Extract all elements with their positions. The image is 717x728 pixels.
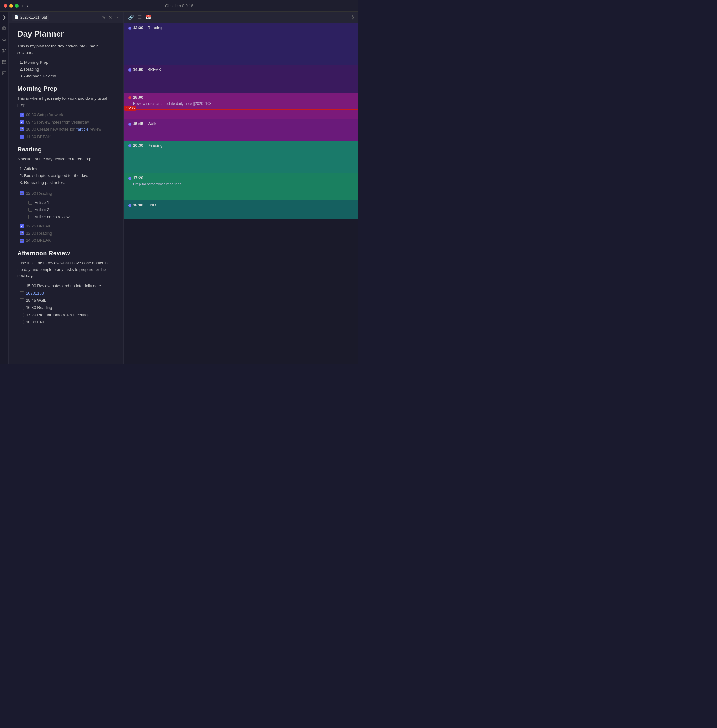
current-time-container: 15:35 (124, 109, 358, 110)
subtask-article1: Article 1 (29, 199, 114, 206)
subtask-article2: Article 2 (29, 206, 114, 213)
checkbox-article1[interactable] (29, 200, 32, 205)
subtask-article2-label: Article 2 (35, 206, 49, 213)
timeline-block-1630: 16:30 Reading (124, 141, 358, 173)
svg-point-7 (3, 49, 3, 50)
section-list-item-1: Morning Prep (24, 59, 114, 66)
subtask-article-notes-label: Article notes review (35, 213, 70, 220)
close-button[interactable] (4, 4, 8, 8)
svg-rect-13 (3, 60, 6, 64)
task-1400-label: 14:00 BREAK (26, 237, 51, 244)
edit-icon[interactable]: ✎ (102, 15, 105, 20)
svg-line-12 (3, 51, 4, 52)
task-1200-label: 12:00 Reading (26, 190, 52, 197)
traffic-lights (4, 4, 18, 8)
article-link[interactable]: #article (75, 127, 88, 132)
block-label-1400: BREAK (148, 67, 161, 72)
checkbox-article-notes[interactable] (29, 215, 32, 219)
checkbox-1630[interactable] (20, 306, 24, 310)
block-content-1400: 14:00 BREAK (124, 65, 358, 74)
timeline-block-1400: 14:00 BREAK (124, 65, 358, 93)
task-1500-label: 15:00 Review notes and update daily note… (26, 282, 114, 297)
note-tab-title: 2020-11-21_Sat (20, 15, 47, 20)
afternoon-tasks: 15:00 Review notes and update daily note… (17, 282, 114, 326)
minimize-button[interactable] (9, 4, 13, 8)
timeline-dot-1400 (128, 69, 131, 72)
checkbox-1130[interactable] (20, 135, 24, 139)
task-1545-label: 15:45 Walk (26, 297, 46, 304)
reading-list: Articles. Book chapters assigned for the… (17, 165, 114, 186)
task-1030: 10:30 Create new notes for #article revi… (20, 126, 114, 133)
expand-icon[interactable]: ❯ (351, 15, 355, 20)
reading-desc: A section of the day dedicated to readin… (17, 156, 114, 162)
checkbox-1500[interactable] (20, 288, 24, 292)
afternoon-review-desc: I use this time to review what I have do… (17, 260, 114, 279)
block-time-1630: 16:30 (133, 143, 143, 148)
task-1800-label: 18:00 END (26, 318, 46, 326)
more-options-icon[interactable]: ⋮ (115, 15, 120, 20)
note-tab[interactable]: 📄 2020-11-21_Sat (12, 14, 49, 21)
back-arrow[interactable]: ‹ (21, 3, 23, 9)
block-content-1230: 12:30 Reading (124, 23, 358, 32)
task-0930: 09:30 Setup for work (20, 111, 114, 118)
checkbox-1225[interactable] (20, 224, 24, 228)
list-icon[interactable]: ☰ (138, 15, 142, 20)
timeline-body[interactable]: 12:30 Reading 14:00 BREAK 15:00 (124, 23, 358, 364)
timeline-dot-1545 (128, 122, 131, 126)
task-1720-label: 17:20 Prep for tomorrow's meetings (26, 311, 90, 318)
reading-subtasks: Article 1 Article 2 Article notes review (20, 199, 114, 221)
block-time-1545: 15:45 (133, 121, 143, 126)
checkbox-1230[interactable] (20, 231, 24, 235)
link-icon[interactable]: 🔗 (128, 15, 134, 20)
current-time-label: 15:35 (124, 106, 136, 110)
svg-point-4 (3, 38, 5, 41)
timeline-dot-1800 (128, 204, 131, 207)
calendar-icon[interactable] (1, 59, 8, 65)
checkbox-1545[interactable] (20, 298, 24, 303)
sidebar-toggle-icon[interactable]: ❯ (1, 14, 8, 20)
svg-line-10 (3, 50, 4, 50)
reading-list-item-1: Articles. (24, 165, 114, 173)
daily-note-link[interactable]: 20201103 (26, 291, 44, 295)
subtask-article-notes: Article notes review (29, 213, 114, 220)
checkbox-1200[interactable] (20, 191, 24, 195)
checkbox-article2[interactable] (29, 208, 32, 212)
checkbox-0930[interactable] (20, 113, 24, 117)
task-1500: 15:00 Review notes and update daily note… (20, 282, 114, 297)
checkbox-0945[interactable] (20, 120, 24, 124)
checkbox-1030[interactable] (20, 127, 24, 131)
block-time-1800: 18:00 (133, 203, 143, 207)
task-1400: 14:00 BREAK (20, 237, 114, 244)
note-file-icon: 📄 (14, 15, 18, 19)
checkbox-1400[interactable] (20, 239, 24, 243)
block-content-1500: 15:00 Review notes and update daily note… (124, 93, 358, 109)
current-time-bar: 15:35 (124, 109, 358, 110)
fullscreen-button[interactable] (15, 4, 18, 8)
task-1230-label: 12:30 Reading (26, 230, 52, 237)
notes-icon[interactable] (1, 70, 8, 76)
calendar-view-icon[interactable]: 📅 (145, 15, 151, 20)
search-icon[interactable] (1, 37, 8, 43)
right-panel: 🔗 ☰ 📅 ❯ 12:30 Reading (124, 12, 358, 364)
close-tab-icon[interactable]: ✕ (108, 15, 112, 20)
forward-arrow[interactable]: › (26, 3, 28, 9)
block-label-1800: END (148, 203, 156, 207)
note-intro: This is my plan for the day broken into … (17, 43, 114, 56)
section-list-item-2: Reading (24, 66, 114, 73)
reading-heading: Reading (17, 146, 114, 153)
svg-point-9 (3, 52, 3, 53)
svg-line-5 (5, 40, 6, 41)
task-0945-label: 09:45 Review notes from yesterday (26, 119, 89, 126)
afternoon-review-heading: Afternoon Review (17, 250, 114, 257)
block-subtext-1500: Review notes and update daily note [[202… (133, 101, 355, 107)
block-content-1800: 18:00 END (124, 200, 358, 210)
block-time-1500: 15:00 (133, 95, 143, 99)
block-label-1630: Reading (148, 143, 162, 148)
task-1030-label: 10:30 Create new notes for #article revi… (26, 126, 101, 133)
graph-icon[interactable] (1, 47, 8, 54)
checkbox-1800[interactable] (20, 320, 24, 324)
files-icon[interactable] (1, 25, 8, 32)
task-1225-label: 12:25 BREAK (26, 223, 51, 230)
checkbox-1720[interactable] (20, 313, 24, 317)
section-list-item-3: Afternoon Review (24, 73, 114, 80)
